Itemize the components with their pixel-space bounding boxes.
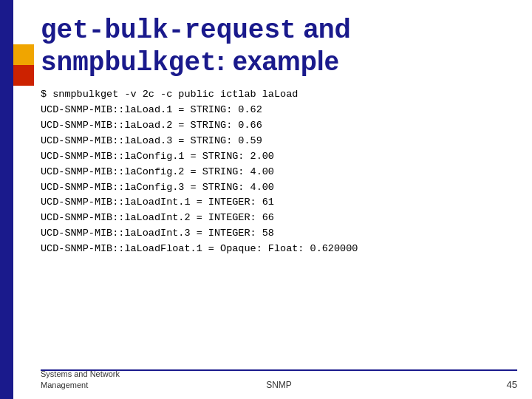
title-line2: snmpbulkget: example	[41, 46, 517, 78]
code-line-9: UCD-SNMP-MIB::laLoadInt.3 = INTEGER: 58	[41, 226, 517, 242]
square-red	[13, 65, 34, 86]
footer-left-line1: Systems and Network	[41, 369, 120, 379]
title-text-1: and	[296, 13, 351, 44]
title-mono-2: snmpbulkget	[41, 48, 216, 78]
title-area: get-bulk-request and snmpbulkget: exampl…	[41, 13, 517, 79]
footer-right: 45	[507, 379, 517, 390]
code-line-5: UCD-SNMP-MIB::laConfig.2 = STRING: 4.00	[41, 165, 517, 180]
slide: get-bulk-request and snmpbulkget: exampl…	[0, 0, 532, 399]
footer: Systems and Network Management SNMP 45	[41, 369, 517, 390]
code-line-1: UCD-SNMP-MIB::laLoad.1 = STRING: 0.62	[41, 103, 517, 118]
code-line-6: UCD-SNMP-MIB::laConfig.3 = STRING: 4.00	[41, 180, 517, 196]
content-area: $ snmpbulkget -v 2c -c public ictlab laL…	[41, 87, 517, 257]
title-mono-1: get-bulk-request	[41, 16, 296, 46]
footer-center: SNMP	[266, 380, 292, 390]
code-line-3: UCD-SNMP-MIB::laLoad.3 = STRING: 0.59	[41, 134, 517, 149]
footer-left-line2: Management	[41, 380, 120, 390]
title-line1: get-bulk-request and	[41, 13, 517, 46]
code-line-8: UCD-SNMP-MIB::laLoadInt.2 = INTEGER: 66	[41, 211, 517, 226]
code-line-10: UCD-SNMP-MIB::laLoadFloat.1 = Opaque: Fl…	[41, 242, 517, 257]
code-line-2: UCD-SNMP-MIB::laLoad.2 = STRING: 0.66	[41, 118, 517, 134]
accent-bar	[0, 0, 13, 399]
code-line-7: UCD-SNMP-MIB::laLoadInt.1 = INTEGER: 61	[41, 195, 517, 211]
title-text-2: : example	[216, 46, 339, 76]
accent-squares	[13, 44, 34, 86]
code-block: $ snmpbulkget -v 2c -c public ictlab laL…	[41, 87, 517, 257]
code-line-4: UCD-SNMP-MIB::laConfig.1 = STRING: 2.00	[41, 149, 517, 165]
square-orange	[13, 44, 34, 65]
footer-left: Systems and Network Management	[41, 369, 120, 390]
code-line-0: $ snmpbulkget -v 2c -c public ictlab laL…	[41, 87, 517, 103]
